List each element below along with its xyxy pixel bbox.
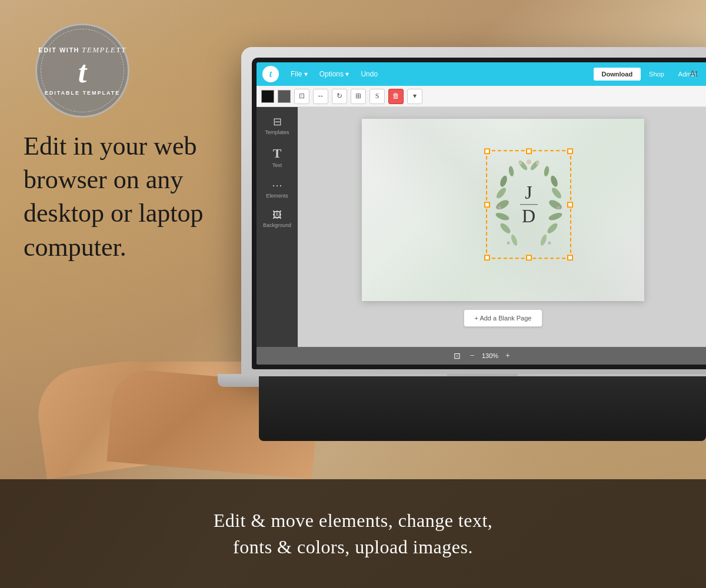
zoom-value: 130% [482, 352, 498, 359]
zoom-out-btn[interactable]: − [467, 351, 478, 360]
svg-point-0 [494, 198, 510, 211]
svg-point-1 [495, 186, 508, 199]
handle-ml[interactable] [484, 202, 490, 208]
screen-content: t File ▾ Options ▾ Undo Download Shop Ad… [257, 62, 706, 365]
left-sidebar: ⊟ Templates T Text ⋯ Elements 🖼 [257, 107, 298, 347]
options-menu[interactable]: Options ▾ [315, 68, 354, 81]
toolbar-arrange-btn[interactable]: ⊞ [351, 89, 366, 104]
sidebar-item-elements[interactable]: ⋯ Elements [258, 175, 296, 203]
zoom-fit-btn[interactable]: ⊡ [451, 351, 463, 361]
handle-mr[interactable] [567, 202, 573, 208]
monogram-letter2: D [520, 206, 538, 226]
laptop-container: t File ▾ Options ▾ Undo Download Shop Ad… [241, 47, 706, 459]
add-blank-page-button[interactable]: + Add a Blank Page [464, 309, 543, 327]
sidebar-item-text[interactable]: T Text [258, 142, 296, 173]
app-navbar: t File ▾ Options ▾ Undo Download Shop Ad… [257, 62, 706, 86]
main-headline: Edit in your web browser on any desktop … [24, 129, 247, 264]
shop-button[interactable]: Shop [643, 68, 670, 81]
badge-circle: EDIT WITH templett t EDITABLE TEMPLATE [35, 24, 129, 118]
svg-point-10 [495, 211, 510, 222]
bottom-banner: Edit & move elements, change text, fonts… [0, 479, 706, 588]
toolbar-copy-btn[interactable]: ⊡ [294, 89, 309, 104]
svg-point-22 [536, 161, 540, 165]
templates-label: Templates [265, 129, 289, 135]
elements-icon: ⋯ [272, 180, 282, 191]
monogram-divider [520, 204, 538, 205]
zoom-in-btn[interactable]: + [502, 351, 514, 360]
monogram-element-selected[interactable]: J D [486, 150, 571, 259]
svg-point-8 [543, 165, 550, 176]
background-label: Background [263, 222, 291, 228]
svg-point-19 [548, 241, 551, 244]
svg-point-11 [498, 221, 512, 235]
background-icon: 🖼 [272, 211, 282, 220]
toolbar-rotate-btn[interactable]: ↻ [332, 89, 347, 104]
sidebar-item-templates[interactable]: ⊟ Templates [258, 112, 296, 140]
monogram-inner: J D [491, 155, 567, 255]
badge-ring [41, 29, 124, 112]
handle-bm[interactable] [526, 255, 532, 260]
svg-point-14 [545, 221, 559, 235]
file-menu[interactable]: File ▾ [286, 68, 312, 81]
bottom-text-line1: Edit & move elements, change text, [214, 510, 493, 532]
canvas-area[interactable]: J D + Add a Blank Page [298, 107, 706, 347]
svg-point-6 [550, 186, 563, 199]
app-toolbar: ⊡ ↔ ↻ ⊞ S 🗑 ▾ [257, 86, 706, 107]
templates-icon: ⊟ [273, 116, 282, 127]
svg-point-12 [509, 233, 518, 246]
zoom-bar: ⊡ − 130% + [257, 347, 706, 365]
toolbar-link-btn[interactable]: S [369, 89, 385, 104]
monogram-letters: J D [520, 182, 538, 226]
handle-bl[interactable] [484, 255, 490, 260]
bottom-text-line2: fonts & colors, upload images. [233, 536, 473, 558]
laptop-body: t File ▾ Options ▾ Undo Download Shop Ad… [241, 47, 706, 376]
handle-tr[interactable] [567, 148, 573, 154]
toolbar-delete-btn[interactable]: 🗑 [388, 89, 404, 104]
text-label: Text [272, 162, 282, 168]
svg-point-16 [498, 206, 501, 209]
handle-br[interactable] [567, 255, 573, 260]
undo-button[interactable]: Undo [356, 68, 382, 81]
keyboard-area [259, 376, 706, 441]
color-swatch-dark[interactable] [278, 90, 291, 103]
download-button[interactable]: Download [594, 68, 641, 81]
svg-point-5 [547, 198, 563, 211]
editor-area: ⊟ Templates T Text ⋯ Elements 🖼 [257, 107, 706, 347]
svg-point-2 [498, 175, 508, 188]
sidebar-item-background[interactable]: 🖼 Background [258, 206, 296, 233]
elements-label: Elements [266, 193, 288, 199]
screen-bezel: t File ▾ Options ▾ Undo Download Shop Ad… [252, 58, 706, 369]
svg-point-7 [549, 175, 558, 188]
svg-point-20 [527, 159, 531, 164]
logo-letter: t [269, 69, 272, 79]
svg-point-21 [518, 161, 522, 165]
color-swatch-black[interactable] [261, 90, 274, 103]
svg-point-17 [557, 206, 560, 209]
app-logo: t [262, 66, 279, 82]
svg-point-15 [539, 233, 547, 246]
at-corner-element: At [681, 62, 706, 84]
text-icon: T [273, 147, 282, 160]
handle-tl[interactable] [484, 148, 490, 154]
design-canvas: J D [362, 119, 644, 301]
monogram-letter1: J [520, 182, 538, 203]
main-text-block: Edit in your web browser on any desktop … [24, 129, 247, 264]
at-text: At [690, 69, 697, 78]
svg-point-13 [548, 211, 563, 222]
toolbar-more-btn[interactable]: ▾ [407, 89, 422, 104]
templett-badge: EDIT WITH templett t EDITABLE TEMPLATE [35, 24, 129, 118]
toolbar-flip-btn[interactable]: ↔ [313, 89, 328, 104]
svg-point-3 [508, 165, 514, 176]
handle-tm[interactable] [526, 148, 532, 154]
svg-point-18 [507, 241, 509, 244]
